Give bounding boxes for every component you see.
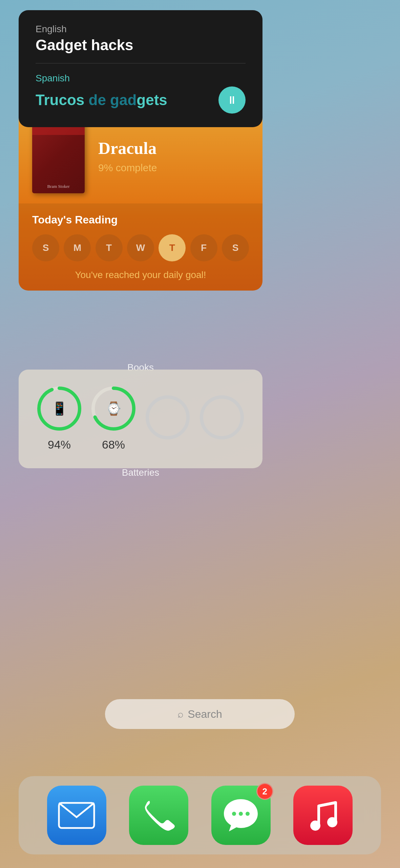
phone-icon [143,799,175,831]
day-m: M [64,234,91,261]
target-text-bold: de gad [89,92,137,108]
svg-point-5 [202,397,242,438]
svg-point-9 [246,812,250,816]
pause-icon: ⏸ [227,94,237,106]
battery-phone-circle: 📱 [34,383,85,434]
books-widget[interactable]: Bram Stoker Dracula 9% complete Today's … [19,105,262,291]
batteries-row: 📱 94% ⌚ 68% [32,383,249,451]
search-icon: ⌕ [177,708,184,720]
book-cover: Bram Stoker [32,119,85,193]
source-language-label: English [36,24,246,35]
messages-badge: 2 [256,783,273,800]
watch-icon: ⌚ [106,401,122,416]
goal-text: You've reached your daily goal! [32,270,249,280]
battery-empty-circle-2 [196,392,247,443]
music-icon [307,797,339,833]
svg-line-10 [319,803,336,806]
svg-point-12 [327,817,337,827]
target-text: Trucos de gadgets [36,92,167,108]
target-language-label: Spanish [36,73,246,84]
phone-icon: 📱 [51,401,67,416]
battery-empty-2 [196,392,247,443]
target-text-normal: Trucos [36,92,89,108]
divider [36,63,246,63]
days-row: S M T W T F S [32,234,249,261]
batteries-widget-label: Batteries [19,467,262,478]
day-t1: T [96,234,123,261]
pause-button[interactable]: ⏸ [218,86,246,114]
phone-pct: 94% [48,438,71,451]
svg-point-7 [232,812,236,816]
battery-watch: ⌚ 68% [88,383,139,451]
svg-point-8 [239,812,243,816]
batteries-widget[interactable]: 📱 94% ⌚ 68% [19,370,262,468]
search-button[interactable]: ⌕ Search [105,699,295,729]
dock: 2 [19,776,381,854]
target-text-end: gets [136,92,167,108]
svg-point-11 [310,821,320,831]
dock-app-mail[interactable] [47,786,106,845]
book-info: Dracula 9% complete [98,138,249,174]
svg-point-4 [147,397,188,438]
book-author: Bram Stoker [47,184,69,189]
dock-app-messages[interactable]: 2 [211,786,271,845]
messages-icon [222,797,259,833]
dock-app-music[interactable] [293,786,353,845]
watch-pct: 68% [102,438,125,451]
battery-empty-circle-1 [142,392,193,443]
day-t2-active: T [159,234,186,261]
dock-app-phone[interactable] [129,786,188,845]
translation-popup: English Gadget hacks Spanish Trucos de g… [19,10,262,127]
battery-empty-1 [142,392,193,443]
battery-phone: 📱 94% [34,383,85,451]
book-title: Dracula [98,138,249,158]
day-w: W [127,234,154,261]
source-text: Gadget hacks [36,37,246,54]
day-s2: S [222,234,249,261]
book-progress: 9% complete [98,162,249,174]
translation-target-row: Trucos de gadgets ⏸ [36,86,246,114]
books-bottom: Today's Reading S M T W T F S You've rea… [19,203,262,291]
day-f: F [190,234,217,261]
mail-icon [58,802,95,829]
search-label: Search [188,708,222,721]
battery-watch-circle: ⌚ [88,383,139,434]
day-s1: S [32,234,59,261]
reading-label: Today's Reading [32,214,249,226]
